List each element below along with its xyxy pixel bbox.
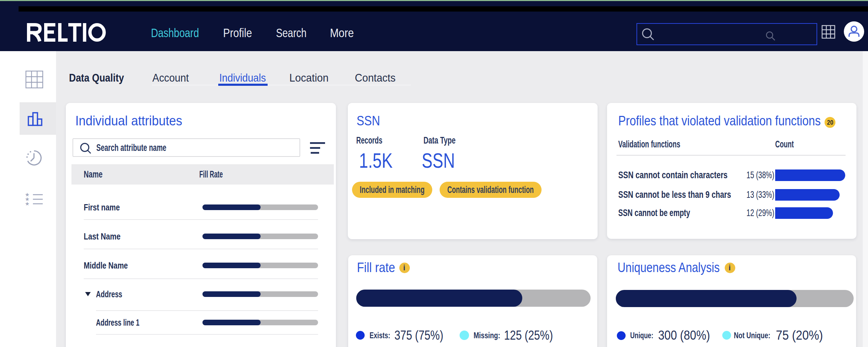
- svg-text:★: ★: [25, 201, 29, 207]
